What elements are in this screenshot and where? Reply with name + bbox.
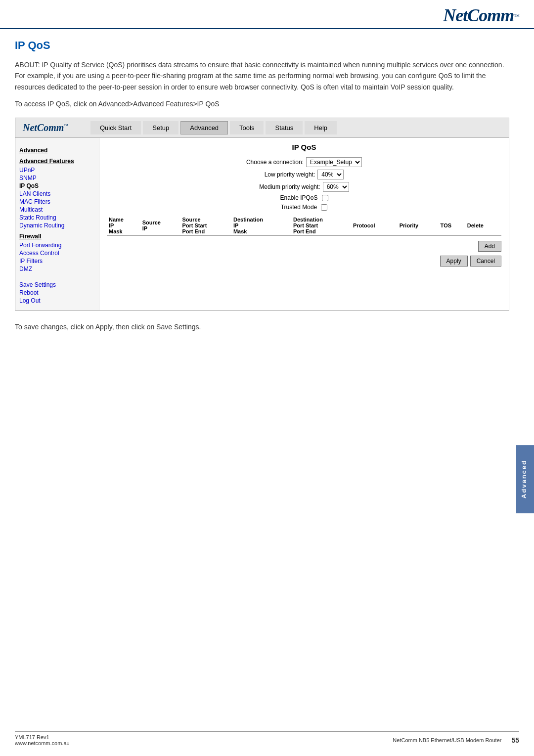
sidebar-section-advanced: Advanced bbox=[19, 147, 95, 154]
sidebar-link-snmp[interactable]: SNMP bbox=[19, 175, 95, 181]
sidebar-link-save-settings[interactable]: Save Settings bbox=[19, 281, 95, 288]
sidebar-link-dmz[interactable]: DMZ bbox=[19, 266, 95, 272]
nav-quick-start[interactable]: Quick Start bbox=[90, 121, 141, 134]
col-protocol: Protocol bbox=[351, 216, 398, 236]
sidebar-link-lan-clients[interactable]: LAN Clients bbox=[19, 190, 95, 197]
content-panel: IP QoS Choose a connection: Example_Setu… bbox=[99, 138, 509, 310]
trusted-mode-label: Trusted Mode bbox=[281, 204, 317, 211]
footer-doc-id: YML717 Rev1 bbox=[15, 734, 70, 740]
col-name: NameIPMask bbox=[107, 216, 140, 236]
col-dest-port: DestinationPort StartPort End bbox=[291, 216, 351, 236]
router-ui: NetComm™ Quick Start Setup Advanced Tool… bbox=[15, 118, 509, 311]
right-tab: Advanced bbox=[516, 445, 534, 513]
low-priority-select[interactable]: 40% bbox=[317, 170, 344, 179]
choose-connection-label: Choose a connection: bbox=[246, 159, 304, 166]
sidebar-link-multicast[interactable]: Multicast bbox=[19, 206, 95, 213]
trusted-mode-checkbox[interactable] bbox=[321, 204, 327, 211]
header: NetComm™ bbox=[0, 0, 534, 29]
trusted-mode-row: Trusted Mode bbox=[107, 204, 501, 211]
qos-table: NameIPMask SourceIP SourcePort StartPort… bbox=[107, 216, 501, 236]
sidebar-link-ip-filters[interactable]: IP Filters bbox=[19, 258, 95, 265]
footer-right: NetComm NB5 Ethernet/USB Modem Router 55 bbox=[393, 734, 519, 746]
nav-items: Quick Start Setup Advanced Tools Status … bbox=[89, 121, 509, 134]
col-source-port: SourcePort StartPort End bbox=[180, 216, 231, 236]
nav-bar: NetComm™ Quick Start Setup Advanced Tool… bbox=[15, 118, 509, 138]
col-source-ip: SourceIP bbox=[140, 216, 180, 236]
nav-tools[interactable]: Tools bbox=[230, 121, 264, 134]
nav-help[interactable]: Help bbox=[305, 121, 337, 134]
sidebar-link-reboot[interactable]: Reboot bbox=[19, 289, 95, 296]
apply-button[interactable]: Apply bbox=[440, 256, 468, 267]
add-button[interactable]: Add bbox=[478, 241, 501, 252]
col-dest-ip: DestinationIPMask bbox=[231, 216, 291, 236]
description: ABOUT: IP Quality of Service (QoS) prior… bbox=[15, 59, 509, 92]
medium-priority-label: Medium priority weight: bbox=[259, 183, 320, 190]
bottom-instruction: To save changes, click on Apply, then cl… bbox=[15, 323, 509, 331]
medium-priority-select[interactable]: 60% bbox=[323, 182, 349, 192]
nav-logo: NetComm™ bbox=[15, 120, 89, 135]
sidebar: Advanced Advanced Features UPnP SNMP IP … bbox=[15, 138, 99, 310]
nav-advanced[interactable]: Advanced bbox=[180, 121, 228, 134]
choose-connection-row: Choose a connection: Example_Setup bbox=[107, 157, 501, 167]
col-priority: Priority bbox=[398, 216, 439, 236]
page-content: IP QoS ABOUT: IP Quality of Service (QoS… bbox=[0, 29, 534, 341]
sidebar-link-mac-filters[interactable]: MAC Filters bbox=[19, 198, 95, 205]
main-layout: Advanced Advanced Features UPnP SNMP IP … bbox=[15, 138, 509, 310]
footer-page-number: 55 bbox=[511, 736, 519, 744]
sidebar-link-upnp[interactable]: UPnP bbox=[19, 167, 95, 174]
col-delete: Delete bbox=[465, 216, 501, 236]
sidebar-section-firewall: Firewall bbox=[19, 233, 95, 240]
enable-ipqos-checkbox[interactable] bbox=[322, 195, 328, 201]
instruction: To access IP QoS, click on Advanced>Adva… bbox=[15, 100, 509, 108]
button-area: Apply Cancel bbox=[107, 256, 501, 267]
choose-connection-select[interactable]: Example_Setup bbox=[306, 157, 362, 167]
sidebar-link-logout[interactable]: Log Out bbox=[19, 297, 95, 304]
sidebar-link-access-control[interactable]: Access Control bbox=[19, 250, 95, 257]
panel-title: IP QoS bbox=[107, 143, 501, 151]
footer-website: www.netcomm.com.au bbox=[15, 740, 70, 746]
footer: YML717 Rev1 www.netcomm.com.au NetComm N… bbox=[15, 731, 519, 746]
medium-priority-row: Medium priority weight: 60% bbox=[107, 182, 501, 192]
sidebar-section-advanced-features: Advanced Features bbox=[19, 158, 95, 165]
page-title: IP QoS bbox=[15, 39, 509, 52]
low-priority-label: Low priority weight: bbox=[265, 171, 315, 178]
sidebar-link-ipqos[interactable]: IP QoS bbox=[19, 182, 95, 189]
footer-product: NetComm NB5 Ethernet/USB Modem Router bbox=[393, 737, 501, 743]
sidebar-link-static-routing[interactable]: Static Routing bbox=[19, 214, 95, 221]
enable-ipqos-label: Enable IPQoS bbox=[280, 194, 317, 201]
nav-setup[interactable]: Setup bbox=[143, 121, 178, 134]
enable-ipqos-row: Enable IPQoS bbox=[107, 194, 501, 201]
cancel-button[interactable]: Cancel bbox=[470, 256, 501, 267]
low-priority-row: Low priority weight: 40% bbox=[107, 170, 501, 179]
header-logo: NetComm™ bbox=[443, 5, 519, 26]
footer-left: YML717 Rev1 www.netcomm.com.au bbox=[15, 734, 70, 746]
nav-status[interactable]: Status bbox=[266, 121, 303, 134]
col-tos: TOS bbox=[439, 216, 465, 236]
table-header: NameIPMask SourceIP SourcePort StartPort… bbox=[107, 216, 501, 236]
sidebar-link-dynamic-routing[interactable]: Dynamic Routing bbox=[19, 222, 95, 229]
sidebar-link-port-forwarding[interactable]: Port Forwarding bbox=[19, 242, 95, 249]
